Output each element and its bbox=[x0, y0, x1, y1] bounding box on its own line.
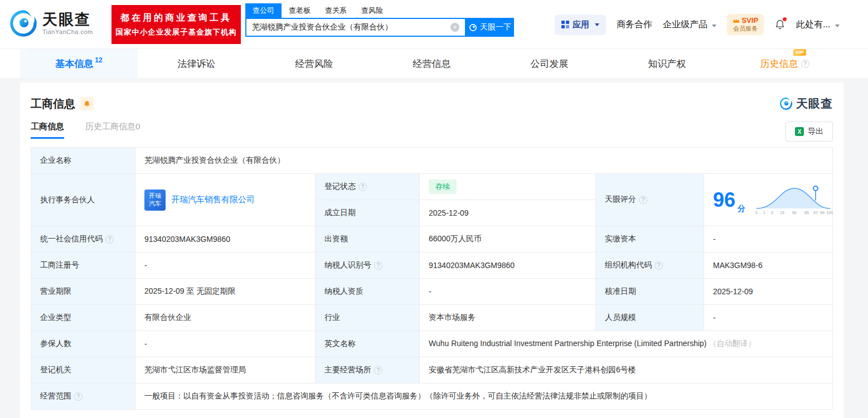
status-label: 登记状态 bbox=[324, 182, 356, 191]
taxpayer-id-value: 91340203MAK3GM9860 bbox=[420, 252, 596, 279]
search-eye-icon bbox=[469, 23, 477, 32]
subscribe-bell-button[interactable] bbox=[80, 97, 94, 110]
tab-legal-litigation[interactable]: 法律诉讼 bbox=[138, 49, 255, 78]
english-name-value: Wuhu Ruiteng Industrial Investment Partn… bbox=[429, 339, 707, 348]
score-value: 96 bbox=[713, 190, 735, 210]
business-cooperation-link[interactable]: 商务合作 bbox=[617, 19, 652, 31]
partner-company-logo[interactable]: 开瑞 汽车 bbox=[144, 189, 166, 211]
tianyan-score-cell: 96 分 0 1 3 15 50 85 bbox=[704, 174, 833, 226]
promo-line1: 都在用的商业查询工具 bbox=[120, 12, 232, 24]
search-tab-boss[interactable]: 查老板 bbox=[282, 3, 318, 18]
field-label: 核准日期 bbox=[596, 279, 704, 305]
help-icon[interactable]: ? bbox=[654, 261, 663, 270]
watermark-brand-logo: 天眼查 bbox=[779, 96, 833, 111]
excel-icon: X bbox=[795, 127, 804, 136]
subtab-history-business-info[interactable]: 历史工商信息0 bbox=[85, 121, 140, 139]
svg-text:50: 50 bbox=[792, 211, 797, 215]
tab-basic-info[interactable]: 基本信息 12 bbox=[20, 49, 138, 78]
search-tab-relation[interactable]: 查关系 bbox=[318, 3, 354, 18]
enterprise-products-label: 企业级产品 bbox=[663, 20, 707, 29]
table-row: 经营范围? 一般项目：以自有资金从事投资活动；信息咨询服务（不含许可类信息咨询服… bbox=[31, 383, 833, 410]
field-label: 统一社会信用代码? bbox=[31, 226, 135, 252]
search-input[interactable] bbox=[252, 23, 450, 32]
field-label: 参保人数 bbox=[31, 331, 135, 357]
credit-code-value: 91340203MAK3GM9860 bbox=[135, 226, 316, 252]
address-value: 安徽省芜湖市弋江区高新技术产业开发区天子港科创园6号楼 bbox=[420, 357, 833, 383]
industry-value: 资本市场服务 bbox=[420, 305, 596, 331]
apps-grid-icon bbox=[561, 21, 569, 28]
tab-operation-risk[interactable]: 经营风险 bbox=[255, 49, 373, 78]
watermark-brand-name: 天眼查 bbox=[796, 96, 833, 111]
field-label: 行业 bbox=[316, 305, 420, 331]
svip-member-button[interactable]: SVIP 会员服务 bbox=[727, 14, 764, 35]
search-tab-company[interactable]: 查公司 bbox=[245, 3, 282, 18]
apps-menu-button[interactable]: 应用 bbox=[555, 14, 606, 35]
help-icon[interactable]: ? bbox=[105, 235, 114, 244]
help-icon[interactable]: ? bbox=[74, 392, 83, 401]
crown-icon bbox=[733, 18, 740, 23]
svg-text:15: 15 bbox=[780, 211, 784, 215]
tab-operation-info[interactable]: 经营信息 bbox=[373, 49, 491, 78]
help-icon[interactable]: ? bbox=[374, 261, 382, 270]
svg-text:99: 99 bbox=[820, 211, 825, 215]
taxpayer-id-label: 纳税人识别号 bbox=[324, 260, 371, 269]
enterprise-products-link[interactable]: 企业级产品 bbox=[663, 19, 716, 31]
help-icon[interactable]: ? bbox=[374, 366, 382, 375]
search-button-label: 天眼一下 bbox=[480, 22, 511, 32]
svg-text:0: 0 bbox=[755, 211, 758, 215]
business-term-value: 2025-12-09 至 无固定期限 bbox=[135, 279, 316, 305]
user-account-menu[interactable]: 此处有... bbox=[796, 19, 840, 31]
brand-name: 天眼查 bbox=[42, 12, 93, 28]
field-label: 营业期限 bbox=[31, 279, 135, 305]
promo-line2: 国家中小企业发展子基金旗下机构 bbox=[115, 27, 237, 37]
partner-logo-line1: 开瑞 bbox=[149, 192, 161, 200]
search-button[interactable]: 天眼一下 bbox=[466, 18, 514, 37]
registration-status-cell: 存续 bbox=[420, 174, 596, 200]
english-name-cell: Wuhu Ruiteng Industrial Investment Partn… bbox=[420, 331, 833, 357]
staff-size-value: - bbox=[704, 305, 833, 331]
help-icon[interactable]: ? bbox=[639, 196, 647, 204]
business-subtabs: 工商信息 历史工商信息0 X 导出 bbox=[31, 121, 833, 142]
tab-company-development[interactable]: 公司发展 bbox=[491, 49, 608, 78]
help-icon[interactable]: ? bbox=[801, 60, 809, 68]
chevron-down-icon bbox=[595, 23, 599, 26]
brand-domain: TianYanCha.com bbox=[42, 28, 93, 35]
tab-history-info[interactable]: 历史信息 VIP ? bbox=[726, 49, 843, 78]
approval-date-value: 2025-12-09 bbox=[704, 279, 833, 305]
table-row: 企业名称 芜湖锐腾产业投资合伙企业（有限合伙） bbox=[31, 148, 833, 174]
field-label: 出资额 bbox=[316, 226, 420, 252]
search-tab-risk[interactable]: 查风险 bbox=[354, 3, 390, 18]
company-name-value: 芜湖锐腾产业投资合伙企业（有限合伙） bbox=[135, 148, 833, 174]
tab-intellectual-property[interactable]: 知识产权 bbox=[608, 49, 726, 78]
established-date-value: 2025-12-09 bbox=[420, 200, 596, 226]
field-label: 企业类型 bbox=[31, 305, 135, 331]
taxpayer-quality-value: - bbox=[420, 279, 596, 305]
notifications-bell-button[interactable] bbox=[774, 18, 785, 31]
subtab-business-info[interactable]: 工商信息 bbox=[31, 121, 64, 139]
business-info-table: 企业名称 芜湖锐腾产业投资合伙企业（有限合伙） 执行事务合伙人 开瑞 汽车 开瑞… bbox=[31, 147, 833, 410]
field-label: 登记机关 bbox=[31, 357, 135, 383]
field-label: 天眼评分? bbox=[596, 174, 704, 226]
partner-company-link[interactable]: 开瑞汽车销售有限公司 bbox=[171, 195, 255, 205]
tianyancha-logo-icon bbox=[9, 9, 38, 38]
section-title: 工商信息 bbox=[31, 96, 75, 111]
field-label: 纳税人识别号? bbox=[316, 252, 420, 279]
export-button[interactable]: X 导出 bbox=[785, 121, 833, 142]
brand-logo[interactable]: 天眼查 TianYanCha.com bbox=[9, 9, 93, 38]
svg-text:97: 97 bbox=[813, 211, 818, 215]
search-tabs: 查公司 查老板 查关系 查风险 bbox=[245, 3, 514, 18]
clear-search-icon[interactable]: × bbox=[450, 23, 459, 32]
address-label: 主要经营场所 bbox=[324, 365, 371, 374]
table-row: 营业期限 2025-12-09 至 无固定期限 纳税人资质 - 核准日期 202… bbox=[31, 279, 833, 305]
table-row: 工商注册号 - 纳税人识别号? 91340203MAK3GM9860 组织机构代… bbox=[31, 252, 833, 279]
table-row: 统一社会信用代码? 91340203MAK3GM9860 出资额 66000万人… bbox=[31, 226, 833, 252]
partner-logo-line2: 汽车 bbox=[149, 200, 161, 208]
table-row: 企业类型 有限合伙企业 行业 资本市场服务 人员规模 - bbox=[31, 305, 833, 331]
bell-icon bbox=[83, 100, 91, 108]
tab-basic-info-count: 12 bbox=[95, 56, 102, 64]
table-row: 登记机关 芜湖市弋江区市场监督管理局 主要经营场所? 安徽省芜湖市弋江区高新技术… bbox=[31, 357, 833, 383]
help-icon[interactable]: ? bbox=[358, 183, 367, 191]
top-header: 天眼查 TianYanCha.com 都在用的商业查询工具 国家中小企业发展子基… bbox=[0, 0, 868, 49]
chevron-down-icon bbox=[835, 25, 840, 27]
score-curve-chart: 0 1 3 15 50 85 97 99 100 bbox=[751, 184, 835, 216]
